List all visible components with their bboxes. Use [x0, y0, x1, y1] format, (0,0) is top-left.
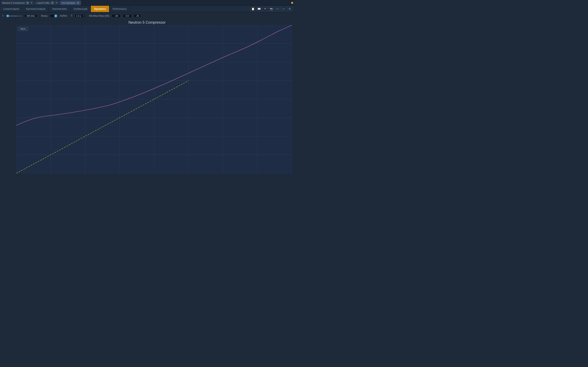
- window-controls: [291, 2, 293, 4]
- tab-linearanalysis[interactable]: LinearAnalysis: [0, 6, 23, 12]
- min-input[interactable]: -48: [112, 14, 121, 18]
- window-tab-1-close[interactable]: ✕: [30, 1, 33, 4]
- chart-container: 0.00 dB -6.00 dB -12.00 dB -18.00 dB -24…: [0, 25, 294, 179]
- settings-icon-btn[interactable]: ⚙: [287, 7, 292, 11]
- chart-title: Neutron 5 Compressor: [0, 20, 294, 25]
- eye-icon-btn[interactable]: 👁: [263, 7, 268, 11]
- camera-icon-btn[interactable]: 📷: [269, 7, 274, 11]
- window-tab-3[interactable]: Use hardware M: [60, 1, 81, 5]
- main-area: f: 995.9Hz Ramp Att/Rel T: 0.5 s 1.0 s 1…: [0, 12, 294, 184]
- tab-hammerstein[interactable]: Hammerstein: [49, 6, 70, 12]
- window-tab-1[interactable]: Neutron 5 Compressor M ✕: [1, 1, 34, 5]
- window-tab-2-label: Load #2 (file): [36, 2, 50, 4]
- ramp-label: Ramp: [41, 15, 48, 17]
- tab-harmonicanalysis[interactable]: HarmonicAnalysis: [23, 6, 49, 12]
- tab-performance[interactable]: Performance: [109, 6, 130, 12]
- window-tab-2-close[interactable]: ✕: [55, 1, 58, 4]
- window-tab-2[interactable]: Load #2 (file) M ✕: [35, 1, 59, 5]
- tab-dynamics[interactable]: Dynamics: [91, 6, 109, 12]
- t-select-wrapper: 0.5 s 1.0 s 1.5 s 2.0 s 3.0 s 5.0 s: [75, 14, 85, 18]
- tab-oscilloscope[interactable]: Oscilloscope: [70, 6, 91, 12]
- lr-icon-btn[interactable]: LR: [281, 7, 286, 11]
- freq-display[interactable]: 995.9Hz: [24, 14, 37, 17]
- notes-icon-btn[interactable]: 📋: [250, 7, 256, 11]
- title-bar: Neutron 5 Compressor M ✕ Load #2 (file) …: [0, 0, 294, 6]
- freq-slider-container: [6, 16, 22, 16]
- store-button[interactable]: Store: [18, 27, 28, 31]
- max-input[interactable]: 0.0: [123, 14, 132, 18]
- freq-slider[interactable]: [6, 16, 22, 16]
- nav-tabs: LinearAnalysis HarmonicAnalysis Hammerst…: [0, 6, 294, 12]
- toolbar-icons: 📋 📖 👁 📷 112 LR ⚙: [250, 6, 294, 12]
- controls-row: f: 995.9Hz Ramp Att/Rel T: 0.5 s 1.0 s 1…: [0, 12, 294, 20]
- t-label: T:: [71, 15, 73, 17]
- window-tab-1-label: Neutron 5 Compressor: [2, 2, 25, 4]
- step-input[interactable]: .25: [134, 14, 141, 18]
- ramp-toggle[interactable]: [50, 14, 58, 18]
- window-tab-2-m[interactable]: M: [51, 1, 54, 4]
- num112-icon-btn[interactable]: 112: [275, 7, 280, 11]
- f-label: f:: [2, 15, 4, 17]
- window-tab-3-m[interactable]: M: [77, 1, 79, 4]
- minmax-label: Min/Max/Step [dB]:: [89, 15, 110, 17]
- attrel-label: Att/Rel: [60, 15, 67, 17]
- book-icon-btn[interactable]: 📖: [256, 7, 262, 11]
- chart-svg: 0.00 dB -6.00 dB -12.00 dB -18.00 dB -24…: [16, 25, 292, 173]
- window-tab-3-label: Use hardware: [61, 2, 75, 4]
- window-tab-1-m[interactable]: M: [26, 1, 29, 4]
- toggle-knob: [54, 15, 57, 17]
- t-select[interactable]: 0.5 s 1.0 s 1.5 s 2.0 s 3.0 s 5.0 s: [75, 14, 85, 18]
